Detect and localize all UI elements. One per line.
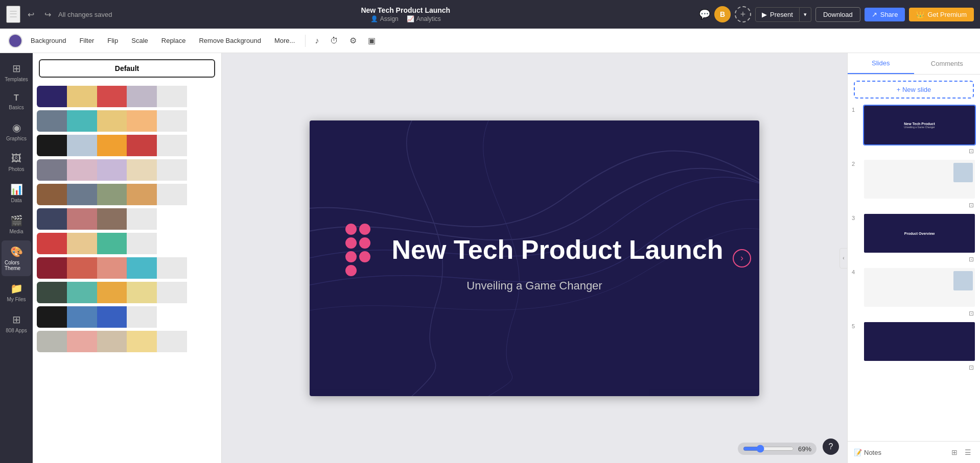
next-slide-arrow[interactable]: › [733,249,751,267]
sidebar-item-theme-colors[interactable]: 🎨 Colors Theme [2,240,31,276]
swatch-color [127,184,157,205]
swatch-color [97,331,127,352]
swatch-row-2[interactable] [37,135,217,156]
sidebar-item-photos[interactable]: 🖼 Photos [2,148,31,177]
sidebar-label-apps: 808 Apps [6,328,27,333]
sidebar-item-graphics[interactable]: ◉ Graphics [2,116,31,147]
slide-text: New Tech Product Launch [391,235,723,264]
zoom-label: 69% [798,445,811,453]
slide-thumbnail-2[interactable] [863,159,976,200]
background-button[interactable]: Background [26,34,71,47]
new-slide-button[interactable]: + New slide [854,81,974,99]
swatch-color [67,135,97,156]
swatch-color [157,135,187,156]
left-sidebar: ⊞ Templates T Basics ◉ Graphics 🖼 Photos… [0,53,33,463]
slide-thumbnail-3[interactable]: Product Overview [863,213,976,254]
sidebar-item-data[interactable]: 📊 Data [2,178,31,208]
swatch-color [187,233,217,254]
help-button[interactable]: ? [823,438,839,455]
tab-slides[interactable]: Slides [848,53,914,74]
slide-action-button-1[interactable]: ⊡ [967,147,976,156]
swatch-row-5[interactable] [37,208,217,230]
swatch-color [97,257,127,279]
slide-thumbnail-5[interactable] [863,321,976,362]
swatch-row-4[interactable] [37,184,217,205]
present-button[interactable]: ▶ Present [755,7,800,22]
swatch-color [187,135,217,156]
swatch-color [157,110,187,132]
menu-button[interactable]: ☰ [6,6,20,23]
undo-button[interactable]: ↩ [25,8,37,21]
comment-button[interactable]: 💬 [699,9,710,20]
notes-button[interactable]: 📝 Notes [854,449,881,456]
swatch-row-3[interactable] [37,159,217,181]
swatch-color [187,331,217,352]
theme-panel-header: Default [33,53,221,84]
add-collaborator-button[interactable]: + [735,6,751,22]
zoom-slider[interactable] [743,445,794,453]
remove-background-button[interactable]: Remove Background [194,34,266,47]
slide-thumbnail-4[interactable] [863,267,976,308]
thumb-image-placeholder [953,163,973,182]
sidebar-item-apps[interactable]: ⊞ 808 Apps [2,308,31,338]
present-caret-button[interactable]: ▾ [800,7,811,22]
list-view-button[interactable]: ☰ [962,447,974,458]
swatch-row-0[interactable] [37,86,217,107]
replace-button[interactable]: Replace [156,34,191,47]
right-panel-bottom: 📝 Notes ⊞ ☰ [848,441,980,463]
flip-button[interactable]: Flip [102,34,123,47]
swatch-color [97,184,127,205]
sidebar-item-my-files[interactable]: 📁 My Files [2,277,31,307]
slide-thumb-wrap-5: ⊡ [863,321,976,372]
theme-colors-icon: 🎨 [10,246,23,258]
slide-thumb-item-4: 4⊡ [852,267,976,318]
slide-thumbnail-1[interactable]: New Tech ProductUnveiling a Game Changer [863,105,976,145]
slide-main-title: New Tech Product Launch [391,235,723,264]
swatch-row-6[interactable] [37,233,217,254]
color-circle[interactable] [8,34,22,48]
slide-action-button-3[interactable]: ⊡ [967,255,976,264]
grid-view-button[interactable]: ⊞ [949,447,960,458]
hide-panel-button[interactable]: ‹ [839,248,847,269]
tab-comments[interactable]: Comments [914,53,981,74]
redo-button[interactable]: ↪ [41,8,54,21]
swatch-row-7[interactable] [37,257,217,279]
swatch-row-10[interactable] [37,331,217,352]
avatar: B [714,6,731,22]
swatch-color [157,257,187,279]
media-icon: 🎬 [10,214,23,227]
settings-button[interactable]: ⚙ [345,33,361,48]
right-panel-tabs: Slides Comments [848,53,980,75]
swatch-color [127,135,157,156]
music-button[interactable]: ♪ [311,34,323,48]
default-theme-button[interactable]: Default [39,59,215,78]
topbar-center: New Tech Product Launch 👤 Assign 📈 Analy… [118,6,694,22]
slide-action-button-2[interactable]: ⊡ [967,201,976,210]
slide-action-button-4[interactable]: ⊡ [967,309,976,318]
color-swatches-list [33,84,221,463]
swatch-row-9[interactable] [37,306,217,328]
sidebar-item-media[interactable]: 🎬 Media [2,209,31,239]
scale-button[interactable]: Scale [126,34,153,47]
slide-canvas[interactable]: New Tech Product Launch Unveiling a Game… [310,120,759,396]
swatch-row-1[interactable] [37,110,217,132]
apps-icon: ⊞ [12,313,21,326]
assign-link[interactable]: 👤 Assign [370,15,399,22]
slide-action-button-5[interactable]: ⊡ [967,363,976,372]
slide-number-2: 2 [852,159,859,167]
sidebar-item-templates[interactable]: ⊞ Templates [2,57,31,87]
sidebar-item-basics[interactable]: T Basics [2,88,31,115]
present-view-button[interactable]: ▣ [364,33,380,48]
notes-icon: 📝 [854,449,862,456]
swatch-row-8[interactable] [37,282,217,303]
swatch-color [37,159,67,181]
filter-button[interactable]: Filter [74,34,99,47]
download-button[interactable]: Download [815,7,860,22]
timer-button[interactable]: ⏱ [326,34,342,48]
more-button[interactable]: More... [269,34,300,47]
swatch-color [187,257,217,279]
swatch-color [37,184,67,205]
share-button[interactable]: ↗ Share [865,8,905,21]
premium-button[interactable]: 👑 Get Premium [909,8,974,21]
analytics-link[interactable]: 📈 Analytics [407,15,441,22]
